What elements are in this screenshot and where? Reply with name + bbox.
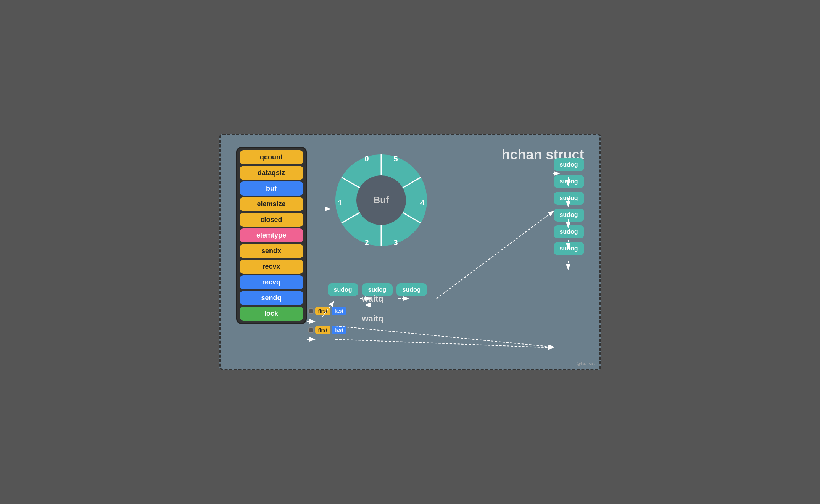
sudog-right-5: sudog bbox=[554, 225, 584, 238]
right-sudog-column: sudog sudog sudog sudog sudog sudog bbox=[554, 158, 584, 255]
watermark: @halfrost bbox=[577, 361, 594, 366]
svg-text:1: 1 bbox=[338, 199, 342, 207]
svg-text:Buf: Buf bbox=[374, 195, 389, 205]
sudog-right-4: sudog bbox=[554, 209, 584, 222]
field-elemtype: elemtype bbox=[240, 228, 303, 242]
field-closed: closed bbox=[240, 213, 303, 227]
svg-text:2: 2 bbox=[364, 238, 369, 247]
sudog-mid-1: sudog bbox=[328, 283, 358, 296]
field-buf: buf bbox=[240, 181, 303, 196]
field-recvx: recvx bbox=[240, 260, 303, 274]
waitq-label-sendq: waitq bbox=[362, 314, 383, 324]
struct-field-list: qcountdataqsizbufelemsizeclosedelemtypes… bbox=[236, 147, 307, 324]
recvq-connector: first last bbox=[308, 307, 346, 315]
field-recvq: recvq bbox=[240, 275, 303, 289]
recvq-last: last bbox=[332, 307, 346, 315]
sendq-last: last bbox=[332, 326, 346, 334]
sendq-circle bbox=[308, 327, 314, 333]
sendq-first: first bbox=[315, 326, 331, 334]
recvq-first: first bbox=[315, 307, 331, 315]
sudog-right-3: sudog bbox=[554, 192, 584, 205]
field-lock: lock bbox=[240, 307, 303, 321]
waitq-label-recvq: waitq bbox=[362, 294, 383, 304]
svg-text:3: 3 bbox=[393, 238, 398, 247]
field-qcount: qcount bbox=[240, 150, 303, 164]
field-elemsize: elemsize bbox=[240, 197, 303, 211]
svg-text:4: 4 bbox=[420, 199, 425, 207]
ring-buffer: 0 5 1 4 2 3 Buf bbox=[328, 147, 442, 261]
sudog-right-2: sudog bbox=[554, 175, 584, 188]
sendq-connector: first last bbox=[308, 326, 346, 334]
field-dataqsiz: dataqsiz bbox=[240, 166, 303, 180]
svg-text:5: 5 bbox=[393, 154, 398, 163]
svg-line-22 bbox=[335, 326, 553, 347]
sudog-right-6: sudog bbox=[554, 242, 584, 255]
sudog-right-1: sudog bbox=[554, 158, 584, 171]
svg-line-31 bbox=[437, 212, 553, 299]
svg-text:0: 0 bbox=[364, 154, 369, 163]
recvq-circle bbox=[308, 308, 314, 314]
svg-line-23 bbox=[335, 339, 553, 348]
field-sendx: sendx bbox=[240, 244, 303, 258]
field-sendq: sendq bbox=[240, 291, 303, 305]
diagram-container: hchan struct qcountdataqsizbufelemsizecl… bbox=[219, 134, 601, 370]
sudog-mid-3: sudog bbox=[396, 283, 427, 296]
